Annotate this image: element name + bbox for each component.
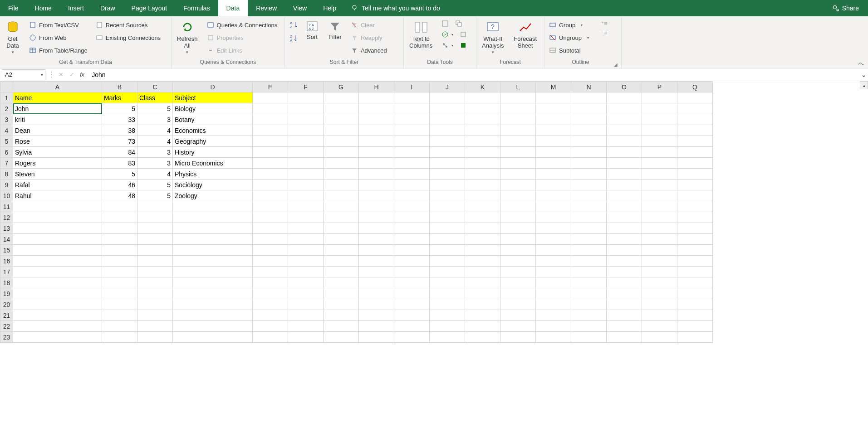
cell-P13[interactable]	[642, 223, 677, 234]
cell-I14[interactable]	[394, 234, 430, 245]
cell-O18[interactable]	[607, 277, 642, 288]
column-header-G[interactable]: G	[324, 82, 359, 92]
tab-data[interactable]: Data	[218, 0, 248, 16]
cell-B9[interactable]: 46	[102, 180, 137, 190]
cell-A20[interactable]	[13, 299, 102, 310]
cell-K20[interactable]	[465, 299, 500, 310]
cell-B18[interactable]	[102, 277, 137, 288]
cell-I22[interactable]	[394, 321, 430, 332]
cell-D4[interactable]: Economics	[173, 125, 253, 136]
row-header-21[interactable]: 21	[0, 310, 13, 321]
cell-I10[interactable]	[394, 190, 430, 201]
cell-Q18[interactable]	[677, 277, 713, 288]
cell-K17[interactable]	[465, 267, 500, 277]
formula-input[interactable]	[87, 71, 859, 78]
cell-Q6[interactable]	[677, 147, 713, 158]
data-validation-button[interactable]: ▾	[440, 30, 455, 39]
clear-filter[interactable]: Clear	[349, 19, 389, 31]
cell-N1[interactable]	[571, 92, 607, 103]
cell-P2[interactable]	[642, 103, 677, 114]
cell-J11[interactable]	[430, 201, 465, 212]
column-header-I[interactable]: I	[394, 82, 430, 92]
cell-C9[interactable]: 5	[137, 180, 173, 190]
cell-E12[interactable]	[253, 212, 288, 223]
cell-M5[interactable]	[536, 136, 571, 147]
fx-icon[interactable]: fx	[77, 71, 87, 78]
cell-L17[interactable]	[500, 267, 536, 277]
cell-Q2[interactable]	[677, 103, 713, 114]
cell-G21[interactable]	[324, 310, 359, 321]
cell-P10[interactable]	[642, 190, 677, 201]
cell-M7[interactable]	[536, 158, 571, 169]
cell-D10[interactable]: Zoology	[173, 190, 253, 201]
cell-M8[interactable]	[536, 169, 571, 180]
cell-G11[interactable]	[324, 201, 359, 212]
cell-J4[interactable]	[430, 125, 465, 136]
cell-B8[interactable]: 5	[102, 169, 137, 180]
cell-C15[interactable]	[137, 245, 173, 256]
cell-A7[interactable]: Rogers	[13, 158, 102, 169]
cell-D7[interactable]: Micro Economics	[173, 158, 253, 169]
cell-B2[interactable]: 5	[102, 103, 137, 114]
cell-K18[interactable]	[465, 277, 500, 288]
cell-Q16[interactable]	[677, 256, 713, 267]
cell-J7[interactable]	[430, 158, 465, 169]
cell-M17[interactable]	[536, 267, 571, 277]
cell-N14[interactable]	[571, 234, 607, 245]
cell-H15[interactable]	[359, 245, 394, 256]
cell-Q19[interactable]	[677, 288, 713, 299]
group-button[interactable]: Group▾	[547, 19, 591, 31]
sort-button[interactable]: Z AA Z Sort	[303, 19, 321, 41]
cell-B23[interactable]	[102, 332, 137, 343]
outline-dialog-launcher[interactable]: ◢	[614, 62, 618, 67]
cell-K9[interactable]	[465, 180, 500, 190]
cell-P20[interactable]	[642, 299, 677, 310]
cell-P5[interactable]	[642, 136, 677, 147]
cell-N11[interactable]	[571, 201, 607, 212]
cell-D1[interactable]: Subject	[173, 92, 253, 103]
cell-P23[interactable]	[642, 332, 677, 343]
cell-Q5[interactable]	[677, 136, 713, 147]
cell-K23[interactable]	[465, 332, 500, 343]
cell-F14[interactable]	[288, 234, 324, 245]
sort-asc-button[interactable]: AZ	[288, 19, 299, 28]
cell-G5[interactable]	[324, 136, 359, 147]
reapply-filter[interactable]: Reapply	[349, 32, 389, 44]
cell-N6[interactable]	[571, 147, 607, 158]
what-if-analysis-button[interactable]: ? What-If Analysis ▾	[479, 19, 506, 55]
cell-C13[interactable]	[137, 223, 173, 234]
cell-G19[interactable]	[324, 288, 359, 299]
cell-B1[interactable]: Marks	[102, 92, 137, 103]
cell-K7[interactable]	[465, 158, 500, 169]
cell-B4[interactable]: 38	[102, 125, 137, 136]
cell-C7[interactable]: 3	[137, 158, 173, 169]
cell-H13[interactable]	[359, 223, 394, 234]
cell-B14[interactable]	[102, 234, 137, 245]
tab-formulas[interactable]: Formulas	[175, 0, 218, 16]
cell-P15[interactable]	[642, 245, 677, 256]
cell-B15[interactable]	[102, 245, 137, 256]
cell-A1[interactable]: Name	[13, 92, 102, 103]
cell-B7[interactable]: 83	[102, 158, 137, 169]
from-table-range[interactable]: From Table/Range	[27, 44, 89, 56]
cell-Q23[interactable]	[677, 332, 713, 343]
cell-G22[interactable]	[324, 321, 359, 332]
cell-H22[interactable]	[359, 321, 394, 332]
cell-M1[interactable]	[536, 92, 571, 103]
tell-me[interactable]: Tell me what you want to do	[344, 5, 446, 12]
cell-E4[interactable]	[253, 125, 288, 136]
cell-H2[interactable]	[359, 103, 394, 114]
enter-formula-button[interactable]: ✓	[66, 71, 77, 78]
cell-P1[interactable]	[642, 92, 677, 103]
cell-G8[interactable]	[324, 169, 359, 180]
row-header-6[interactable]: 6	[0, 147, 13, 158]
cell-F8[interactable]	[288, 169, 324, 180]
cell-M15[interactable]	[536, 245, 571, 256]
cell-M18[interactable]	[536, 277, 571, 288]
cell-B12[interactable]	[102, 212, 137, 223]
cell-I13[interactable]	[394, 223, 430, 234]
tab-pagelayout[interactable]: Page Layout	[123, 0, 176, 16]
cell-O1[interactable]	[607, 92, 642, 103]
cell-K15[interactable]	[465, 245, 500, 256]
cell-B10[interactable]: 48	[102, 190, 137, 201]
